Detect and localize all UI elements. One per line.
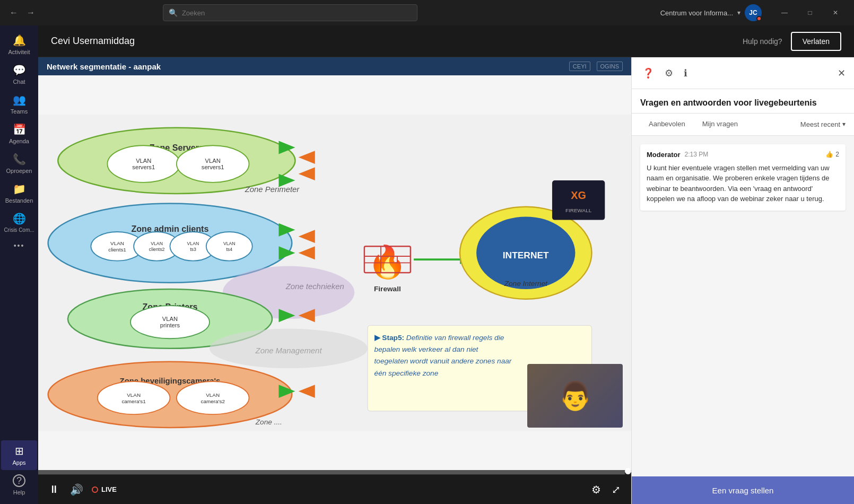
tab-mijn-vragen[interactable]: Mijn vragen	[694, 114, 746, 135]
svg-text:Zone Perimeter: Zone Perimeter	[245, 185, 300, 194]
svg-text:Zone Internet: Zone Internet	[504, 280, 548, 288]
close-button[interactable]: ✕	[823, 4, 848, 21]
panel-info-button[interactable]: ℹ	[682, 65, 690, 81]
minimize-button[interactable]: —	[772, 4, 797, 21]
org-name: Centrum voor Informa...	[660, 9, 733, 17]
panel-close-button[interactable]: ✕	[838, 67, 846, 79]
slide-logos: CEYI OGINS	[569, 62, 623, 71]
fullscreen-button[interactable]: ⤢	[609, 481, 623, 498]
sidebar-item-apps[interactable]: ⊞ Apps	[1, 440, 37, 470]
svg-text:Zone ....: Zone ....	[255, 418, 282, 426]
logo1: CEYI	[569, 62, 590, 71]
svg-text:clients2: clients2	[149, 247, 165, 252]
svg-text:clients1: clients1	[108, 247, 126, 253]
progress-thumb[interactable]	[625, 468, 631, 474]
qa-content: Moderator 2:13 PM 👍 2 U kunt hier eventu…	[632, 136, 854, 476]
panel-settings-button[interactable]: ⚙	[663, 65, 675, 81]
presenter-thumbnail: 👨	[527, 364, 623, 428]
ask-question-button[interactable]: Een vraag stellen	[632, 476, 854, 504]
window-controls: — □ ✕	[772, 4, 848, 21]
sidebar-item-help[interactable]: ? Help	[1, 470, 37, 500]
panel-header: ❓ ⚙ ℹ ✕	[632, 57, 854, 89]
slide-content: Netwerk segmentatie - aanpak CEYI OGINS	[38, 57, 631, 470]
sidebar-item-more[interactable]: •••	[1, 237, 37, 254]
sidebar-item-teams[interactable]: 👥 Teams	[1, 89, 37, 119]
teams-icon: 👥	[13, 93, 26, 106]
back-button[interactable]: ←	[6, 5, 21, 20]
search-icon: 🔍	[169, 8, 178, 17]
svg-text:VLAN: VLAN	[151, 241, 163, 246]
leave-button[interactable]: Verlaten	[791, 32, 841, 51]
qa-like-button[interactable]: 👍 2	[825, 151, 839, 158]
svg-text:VLAN: VLAN	[127, 392, 141, 398]
sidebar-bottom: ⊞ Apps ? Help	[1, 440, 37, 504]
thumbs-up-icon: 👍	[825, 151, 833, 158]
sidebar-item-crisis[interactable]: 🌐 Crisis Com...	[1, 208, 37, 237]
panel-title-section: Vragen en antwoorden voor livegebeurteni…	[632, 89, 854, 114]
settings-button[interactable]: ⚙	[589, 481, 603, 498]
panel-title-text: Vragen en antwoorden voor livegebeurteni…	[640, 98, 846, 109]
svg-text:servers1: servers1	[132, 164, 155, 170]
sidebar-item-files[interactable]: 📁 Bestanden	[1, 178, 37, 208]
title-bar-right: Centrum voor Informa... ▾ JC	[660, 4, 762, 21]
qa-icon-button[interactable]: ❓	[640, 65, 656, 81]
svg-text:XG: XG	[571, 189, 586, 201]
sidebar-item-calls[interactable]: 📞 Oproepen	[1, 149, 37, 178]
sidebar: 🔔 Activiteit 💬 Chat 👥 Teams 📅 Agenda 📞 O…	[0, 25, 38, 504]
live-indicator	[92, 486, 98, 493]
svg-text:VLAN: VLAN	[206, 392, 220, 398]
slide-diagram: Zone Servers VLAN servers1 VLAN servers1…	[38, 75, 631, 470]
svg-text:Firewall: Firewall	[374, 285, 401, 293]
svg-text:toegelaten wordt vanuit andere: toegelaten wordt vanuit andere zones naa…	[374, 357, 512, 365]
svg-text:VLAN: VLAN	[136, 158, 151, 164]
dropdown-chevron[interactable]: ▾	[737, 9, 740, 16]
help-icon: ?	[13, 474, 25, 487]
svg-text:printers: printers	[160, 322, 180, 328]
dropdown-icon: ▾	[842, 120, 846, 128]
sidebar-item-activity[interactable]: 🔔 Activiteit	[1, 30, 37, 59]
svg-text:VLAN: VLAN	[205, 158, 221, 164]
tab-aanbevolen[interactable]: Aanbevolen	[640, 114, 694, 135]
activity-icon: 🔔	[13, 34, 26, 47]
svg-text:ts3: ts3	[190, 247, 196, 252]
svg-point-59	[210, 329, 368, 369]
status-badge	[756, 16, 762, 21]
svg-text:VLAN: VLAN	[187, 241, 199, 246]
qa-message-header: Moderator 2:13 PM 👍 2	[647, 151, 839, 159]
sidebar-item-chat[interactable]: 💬 Chat	[1, 59, 37, 89]
progress-bar-container[interactable]	[38, 470, 631, 474]
calendar-icon: 📅	[13, 123, 26, 136]
main-video: Netwerk segmentatie - aanpak CEYI OGINS	[38, 57, 631, 504]
svg-text:VLAN: VLAN	[110, 240, 124, 246]
svg-text:VLAN: VLAN	[223, 241, 236, 246]
qa-message: Moderator 2:13 PM 👍 2 U kunt hier eventu…	[640, 144, 846, 211]
sidebar-item-agenda[interactable]: 📅 Agenda	[1, 119, 37, 149]
qa-time: 2:13 PM	[685, 151, 709, 158]
tab-meest-recent[interactable]: Meest recent ▾	[800, 120, 846, 128]
avatar[interactable]: JC	[745, 4, 762, 21]
qa-author: Moderator	[647, 151, 681, 159]
search-bar[interactable]: 🔍	[163, 4, 417, 21]
video-container: Netwerk segmentatie - aanpak CEYI OGINS	[38, 57, 854, 504]
svg-text:camera's1: camera's1	[121, 398, 146, 404]
volume-button[interactable]: 🔊	[68, 481, 85, 498]
svg-text:bepalen welk verkeer al dan ni: bepalen welk verkeer al dan niet	[374, 345, 479, 353]
svg-text:FIREWALL: FIREWALL	[565, 207, 592, 213]
logo2: OGINS	[597, 62, 623, 71]
forward-button[interactable]: →	[23, 5, 38, 20]
progress-fill	[38, 470, 625, 474]
nav-buttons: ← →	[6, 5, 38, 20]
svg-text:camera's2: camera's2	[201, 398, 225, 404]
search-input[interactable]	[182, 9, 412, 17]
app-body: 🔔 Activiteit 💬 Chat 👥 Teams 📅 Agenda 📞 O…	[0, 25, 854, 504]
play-pause-button[interactable]: ⏸	[47, 481, 62, 498]
svg-text:ts4: ts4	[226, 247, 232, 252]
content-area: Cevi Usernamiddag Hulp nodig? Verlaten N…	[38, 25, 854, 504]
apps-icon: ⊞	[15, 445, 24, 457]
svg-text:🔥: 🔥	[368, 243, 407, 281]
chat-icon: 💬	[13, 64, 26, 76]
maximize-button[interactable]: □	[798, 4, 822, 21]
svg-text:één specifieke zone: één specifieke zone	[374, 369, 439, 377]
svg-text:servers1: servers1	[202, 164, 224, 170]
meeting-header: Cevi Usernamiddag Hulp nodig? Verlaten	[38, 25, 854, 57]
